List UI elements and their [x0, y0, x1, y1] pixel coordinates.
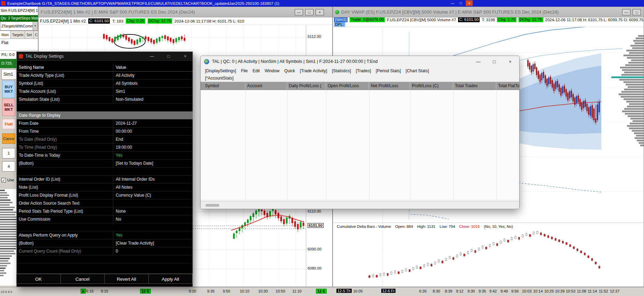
- tab-main[interactable]: Main: [0, 31, 11, 39]
- qty-preset-4-button[interactable]: 4: [2, 161, 15, 172]
- use-checkbox[interactable]: ✓: [1, 178, 6, 182]
- minimize-icon[interactable]: —: [449, 0, 456, 6]
- qty-preset-1-button[interactable]: 1: [2, 148, 15, 158]
- volume-profile-bar: [626, 101, 644, 102]
- setting-value[interactable]: Non-Simulated: [113, 96, 193, 103]
- setting-value[interactable]: None: [113, 207, 193, 215]
- setting-value[interactable]: Sim1: [113, 88, 193, 95]
- column-header[interactable]: Daily Profit/Loss (: [287, 82, 326, 90]
- menu-item[interactable]: Window: [263, 68, 281, 73]
- setting-value[interactable]: Currency Value (C): [113, 191, 193, 199]
- maximize-icon[interactable]: □: [633, 9, 641, 15]
- tal-window: TAL | QC: 0 | All Activity | NonSim | Al…: [200, 56, 520, 209]
- chart2-titlebar[interactable]: DAY VWAP (ES) F.US.EPZ24 [CBV][M] 5000 V…: [333, 7, 644, 17]
- time-axis-strip[interactable]: 9:209:359:5010:1010:3010:5011:1012 E12-5…: [0, 287, 644, 296]
- tal-table-body[interactable]: [201, 90, 519, 200]
- column-header[interactable]: Net Profit/Loss: [369, 82, 410, 90]
- price-label: 6110.00: [308, 209, 321, 213]
- candle-body: [106, 35, 108, 39]
- settings-row: To Date-Time is TodayYes: [17, 151, 193, 159]
- maximize-icon[interactable]: □: [305, 9, 313, 15]
- strategy-dropdown[interactable]: 2TargetsWithCommonS ▼: [0, 22, 38, 31]
- menu-item[interactable]: [Statistics]: [330, 68, 353, 73]
- profile-bar: [0, 263, 10, 264]
- volume-profile-bar: [639, 142, 644, 144]
- candle-body: [181, 36, 183, 39]
- date-badge: 12-6 Fr: [381, 289, 396, 293]
- minimize-icon[interactable]: —: [622, 9, 630, 15]
- time-axis-label: 10:14: [533, 289, 543, 293]
- candle-body: [586, 104, 588, 111]
- candle-body: [297, 224, 299, 229]
- menu-item[interactable]: [Chart Stats]: [404, 68, 431, 73]
- minimize-icon[interactable]: —: [149, 54, 155, 59]
- chevron-down-icon[interactable]: ▼: [33, 22, 38, 30]
- tab-c[interactable]: C: [34, 31, 38, 39]
- setting-value[interactable]: 19:00:00: [113, 143, 193, 151]
- setting-value[interactable]: All Notes: [113, 183, 193, 191]
- close-icon[interactable]: ×: [507, 59, 514, 64]
- setting-value[interactable]: Yes: [113, 231, 193, 239]
- sell-market-button[interactable]: SELL MKT: [2, 99, 15, 116]
- delta-bar: [515, 236, 516, 238]
- cancel-button[interactable]: Cancel: [60, 274, 105, 284]
- setting-name: Use Commission: [17, 215, 113, 223]
- menu-item[interactable]: Edit: [251, 68, 262, 73]
- setting-value[interactable]: Yes: [113, 151, 193, 159]
- maximize-icon[interactable]: □: [457, 0, 464, 6]
- column-header[interactable]: Total FlatTo: [496, 82, 519, 90]
- apply-all-button[interactable]: Apply All: [148, 274, 193, 284]
- revert-all-button[interactable]: Revert All: [104, 274, 149, 284]
- setting-value[interactable]: 0: [113, 247, 193, 255]
- setting-value[interactable]: [Clear Trade Activity]: [113, 239, 193, 247]
- scrollbar-handle[interactable]: [205, 204, 219, 207]
- candle-body: [597, 105, 598, 120]
- menu-item[interactable]: [DisplaySettings]: [203, 68, 238, 73]
- minimize-icon[interactable]: —: [475, 59, 482, 64]
- maximize-icon[interactable]: □: [165, 54, 172, 59]
- column-header[interactable]: Symbol: [203, 82, 245, 90]
- tab-set[interactable]: Set: [25, 31, 33, 39]
- menu-item[interactable]: [*AccountStats]: [203, 76, 235, 81]
- tab-targets[interactable]: Targets: [11, 31, 25, 39]
- setting-name: Note (List): [17, 183, 113, 191]
- close-icon[interactable]: ×: [466, 0, 473, 6]
- maximize-icon[interactable]: □: [491, 59, 498, 64]
- setting-value[interactable]: [113, 199, 193, 207]
- delta-bar: [431, 264, 432, 266]
- menu-item[interactable]: [Trade Activity]: [298, 68, 329, 73]
- app-titlebar[interactable]: ExampleChartbook G:/TA_STAGES.ONETHORLAP…: [0, 0, 644, 7]
- close-icon[interactable]: ×: [182, 54, 188, 59]
- setting-value[interactable]: 00:00:00: [113, 128, 193, 135]
- candle-body: [593, 109, 595, 120]
- minimize-icon[interactable]: —: [295, 9, 303, 15]
- horizontal-scrollbar[interactable]: [201, 201, 519, 209]
- cancel-button[interactable]: Cance: [2, 133, 15, 144]
- dialog-icon: [19, 54, 23, 58]
- column-header[interactable]: Total Trades: [453, 82, 496, 90]
- menu-item[interactable]: Quick: [283, 68, 297, 73]
- column-header[interactable]: Open Profit/Loss: [326, 82, 369, 90]
- close-icon[interactable]: ×: [316, 9, 324, 15]
- settings-dialog-titlebar[interactable]: TAL Display Settings — □ ×: [17, 52, 193, 61]
- tal-titlebar[interactable]: TAL | QC: 0 | All Activity | NonSim | Al…: [201, 56, 519, 67]
- flatten-button[interactable]: Flatt: [2, 119, 15, 129]
- buy-market-button[interactable]: BUY MKT: [2, 81, 15, 98]
- menu-item[interactable]: [Trades]: [354, 68, 373, 73]
- menu-item[interactable]: [Period Stats]: [374, 68, 402, 73]
- menu-item[interactable]: File: [239, 68, 249, 73]
- setting-value[interactable]: All Symbols: [113, 80, 193, 87]
- ok-button[interactable]: OK: [16, 274, 61, 284]
- trade-window-title[interactable]: Sim F.US.EPZ24[M] 1...: [0, 7, 38, 15]
- volume-profile-bar: [623, 98, 644, 100]
- setting-value[interactable]: [Set to Todays Date]: [113, 159, 193, 167]
- setting-value[interactable]: No: [113, 215, 193, 223]
- column-header[interactable]: Profit/Loss (C): [410, 82, 453, 90]
- setting-value[interactable]: All Activity: [113, 72, 193, 79]
- setting-value[interactable]: End: [113, 135, 193, 143]
- setting-value[interactable]: All Internal Order IDs: [113, 175, 193, 183]
- column-header[interactable]: Account: [245, 82, 287, 90]
- setting-value[interactable]: 2024-11-27: [113, 120, 193, 127]
- chart1-titlebar[interactable]: F.US.EPZ24[M] 1 Min #2 | E-MINI S&P 500 …: [39, 7, 332, 17]
- column-divider: [410, 90, 410, 200]
